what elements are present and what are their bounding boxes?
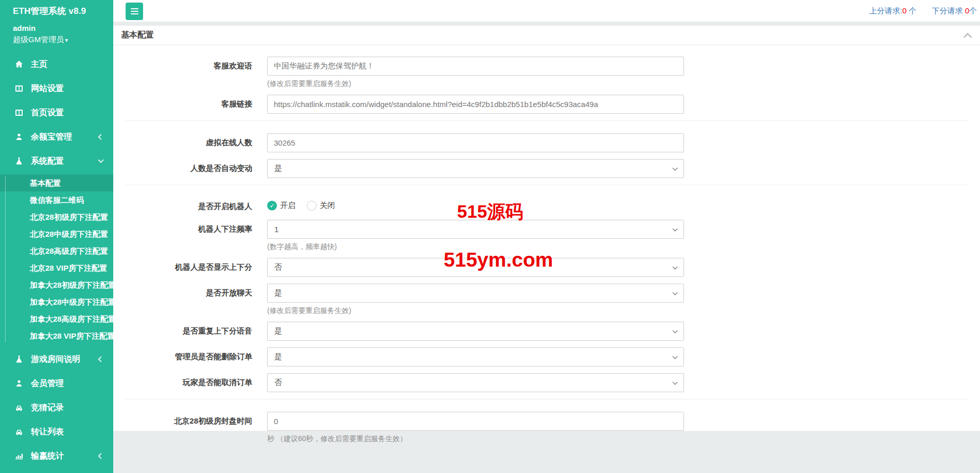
content-area: 基本配置 客服欢迎语 (修改后需要重启服务生效) 客服链接 [113,22,980,473]
sidebar-item-label: 余额宝管理 [31,132,72,143]
robot-off-radio[interactable]: 关闭 [307,201,335,211]
sidebar-item-game-room-info[interactable]: 游戏房间说明 [0,347,113,372]
car-icon [14,404,24,412]
chevron-down-icon [673,354,678,359]
select-value: 是 [274,288,282,298]
sidebar-toggle-button[interactable] [126,3,143,20]
up-points-request[interactable]: 上分请求:0 个 [869,6,917,16]
bj28-close-time-input[interactable] [267,412,684,431]
user-icon [14,133,24,141]
user-icon [14,379,24,388]
submenu-item-bj28-vip[interactable]: 北京28 VIP房下注配置 [0,259,113,276]
down-points-count: 0 [965,6,969,15]
field-label: 北京28初级房封盘时间 [113,412,252,426]
up-points-label: 上分请求: [869,6,902,15]
config-form: 客服欢迎语 (修改后需要重启服务生效) 客服链接 [113,45,980,444]
chevron-down-icon [673,380,678,385]
sidebar-item-label: 游戏房间说明 [31,354,80,365]
auto-change-select[interactable]: 是 [267,159,684,178]
sidebar-item-label: 竞猜记录 [31,402,64,413]
divider [126,120,968,121]
divider [126,185,968,185]
field-label: 是否开启机器人 [113,198,252,211]
field-label: 是否开放聊天 [113,284,252,297]
down-points-request[interactable]: 下分请求 0个 [932,6,977,16]
sidebar-item-label: 首页设置 [31,108,64,118]
field-label: 人数是否自动变动 [113,159,252,173]
sidebar-item-members[interactable]: 会员管理 [0,372,113,396]
columns-icon [14,84,24,93]
sidebar-item-site-settings[interactable]: 网站设置 [0,77,113,101]
radio-label: 关闭 [320,201,335,211]
repeat-voice-select[interactable]: 是 [267,322,684,341]
down-points-label: 下分请求 [932,6,965,15]
field-label: 客服欢迎语 [113,57,252,71]
flask-icon [14,355,24,363]
sidebar-item-transfer-list[interactable]: 转让列表 [0,420,113,444]
sidebar-item-win-loss-stats[interactable]: 输赢统计 [0,444,113,468]
robot-frequency-select[interactable]: 1 [267,220,684,239]
select-value: 否 [274,378,282,388]
sidebar: ETH管理系统 v8.9 admin 超级GM管理员▾ 主页 网站设置 首页设置… [0,0,113,473]
sidebar-item-label: 输赢统计 [31,451,64,462]
submenu-item-ca28-intermediate[interactable]: 加拿大28中级房下注配置 [0,293,113,310]
sidebar-item-bet-records[interactable]: 竞猜记录 [0,396,113,420]
basic-config-panel: 基本配置 客服欢迎语 (修改后需要重启服务生效) 客服链接 [113,26,980,431]
chevron-down-icon [673,290,678,295]
panel-header: 基本配置 [113,26,980,45]
username: admin [13,23,107,34]
admin-delete-order-select[interactable]: 是 [267,347,684,366]
submenu-item-ca28-vip[interactable]: 加拿大28 VIP房下注配置 [0,327,113,344]
sidebar-item-label: 系统配置 [31,156,64,167]
chevron-down-icon [673,226,678,232]
chat-open-select[interactable]: 是 [267,284,684,303]
field-note: (数字越高，频率越快) [267,242,684,252]
sidebar-item-label: 主页 [31,59,47,70]
submenu-item-bj28-beginner[interactable]: 北京28初级房下注配置 [0,208,113,225]
flask-icon [14,157,24,165]
field-note: (修改后需要重启服务生效) [267,306,684,316]
caret-down-icon: ▾ [65,37,68,44]
sidebar-item-system-config[interactable]: 系统配置 [0,149,113,173]
chevron-left-icon [98,134,103,139]
chevron-left-icon [98,356,103,362]
sidebar-item-points-management[interactable]: 上下分管理 [0,468,113,473]
chevron-down-icon [673,328,678,334]
sidebar-nav: 主页 网站设置 首页设置 余额宝管理 系统配置 基本配置 [0,52,113,473]
submenu-item-ca28-beginner[interactable]: 加拿大28初级房下注配置 [0,276,113,293]
sidebar-item-label: 网站设置 [31,83,64,94]
radio-unchecked-icon [307,201,317,211]
select-value: 是 [274,352,282,362]
user-role-dropdown[interactable]: 超级GM管理员▾ [13,34,107,45]
sidebar-item-home[interactable]: 主页 [0,52,113,77]
virtual-online-count-input[interactable] [267,133,684,152]
select-value: 1 [274,225,278,234]
user-role-label: 超级GM管理员 [13,35,64,44]
home-icon [14,60,24,68]
chevron-left-icon [98,453,103,459]
submenu-item-ca28-advanced[interactable]: 加拿大28高级房下注配置 [0,310,113,327]
up-points-unit: 个 [906,6,916,15]
submenu-item-basic-config[interactable]: 基本配置 [0,174,113,191]
radio-label: 开启 [280,201,295,211]
panel-title: 基本配置 [121,30,154,41]
player-cancel-order-select[interactable]: 否 [267,373,684,392]
robot-show-points-select[interactable]: 否 [267,258,684,277]
select-value: 否 [274,262,282,272]
submenu-item-bj28-intermediate[interactable]: 北京28中级房下注配置 [0,225,113,242]
submenu-item-wechat-qrcode[interactable]: 微信客服二维码 [0,191,113,208]
select-value: 是 [274,164,282,173]
sidebar-item-homepage-settings[interactable]: 首页设置 [0,101,113,125]
robot-on-radio[interactable]: ✓开启 [267,201,295,211]
service-link-input[interactable] [267,95,684,114]
sidebar-item-yuebao[interactable]: 余额宝管理 [0,125,113,149]
submenu-item-bj28-advanced[interactable]: 北京28高级房下注配置 [0,242,113,259]
collapse-chevron-up-icon[interactable] [964,32,972,41]
field-label: 客服链接 [113,95,252,109]
sidebar-item-label: 会员管理 [31,378,64,389]
chevron-down-icon [98,157,103,163]
app-title: ETH管理系统 v8.9 [0,0,113,17]
down-points-unit: 个 [969,6,977,15]
car-icon [14,428,24,436]
welcome-message-input[interactable] [267,57,684,76]
